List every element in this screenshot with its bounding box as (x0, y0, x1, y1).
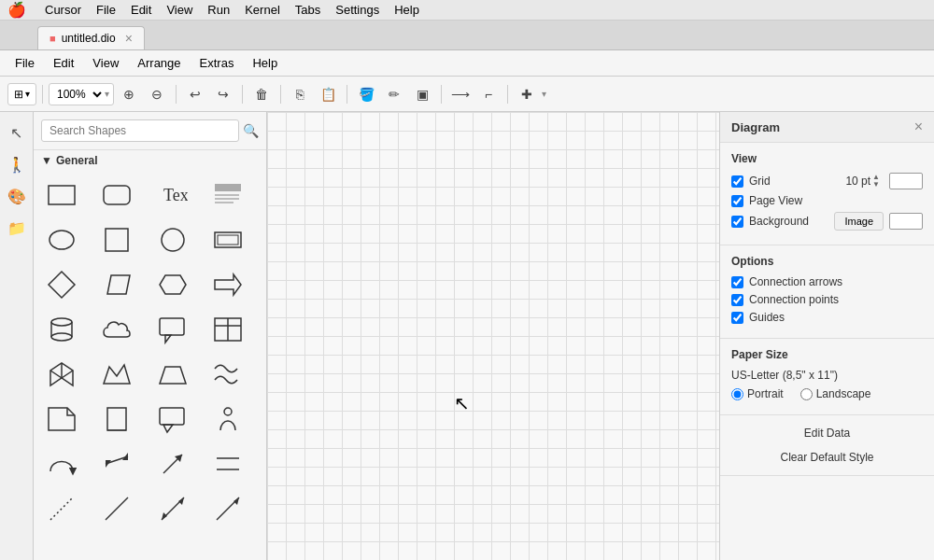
landscape-label: Landscape (816, 387, 871, 400)
page-view-label: Page View (749, 194, 802, 207)
shape-ellipse[interactable] (41, 219, 82, 260)
shape-diamond[interactable] (41, 264, 82, 305)
zoom-out-button[interactable]: ⊖ (144, 82, 170, 106)
shape-arrow-right[interactable] (207, 264, 248, 305)
copy-button[interactable]: ⎘ (287, 82, 313, 106)
app-menu-help[interactable]: Help (245, 53, 285, 73)
shape-double-border[interactable] (207, 219, 248, 260)
insert-button[interactable]: ✚ (514, 82, 540, 106)
tab-bar: ■ untitled.dio × (0, 21, 934, 50)
guides-checkbox[interactable] (731, 312, 743, 324)
shape-parallelogram[interactable] (96, 264, 137, 305)
tool-pointer[interactable]: ↖ (4, 119, 30, 146)
image-button[interactable]: Image (834, 212, 884, 231)
shape-cylinder[interactable] (41, 309, 82, 350)
grid-color[interactable] (889, 173, 923, 189)
shape-diagonal-arrow[interactable] (152, 443, 193, 484)
shape-bidirectional-arrow[interactable] (152, 488, 193, 529)
shape-wave[interactable] (207, 354, 248, 395)
shape-cross-lines[interactable] (207, 443, 248, 484)
waypoint-button[interactable]: ⌐ (475, 82, 502, 106)
redo-button[interactable]: ↪ (210, 82, 236, 106)
grid-down-arrow[interactable]: ▼ (872, 181, 880, 189)
panel-close-button[interactable]: × (914, 119, 923, 134)
os-menu-help[interactable]: Help (394, 3, 419, 17)
shape-trapezoid[interactable] (152, 354, 193, 395)
view-grid-icon: ⊞ (14, 88, 23, 101)
paste-button[interactable]: 📋 (315, 82, 341, 106)
shape-hexagon[interactable] (152, 264, 193, 305)
delete-button[interactable]: 🗑 (248, 82, 275, 106)
app-menu-view[interactable]: View (85, 53, 126, 73)
shape-double-arrow[interactable] (96, 443, 137, 484)
main-content: ↖ 🚶 🎨 📁 🔍 ▼ General (0, 112, 934, 560)
shape-cloud[interactable] (96, 309, 137, 350)
category-arrow-icon: ▼ (41, 154, 52, 167)
os-menu-view[interactable]: View (166, 3, 192, 17)
undo-button[interactable]: ↩ (182, 82, 208, 106)
line-button[interactable]: ✏ (381, 82, 407, 106)
connector-button[interactable]: ⟶ (447, 82, 474, 106)
shape-step[interactable] (96, 354, 137, 395)
os-menu-run[interactable]: Run (207, 3, 230, 17)
portrait-radio[interactable] (731, 388, 743, 400)
svg-marker-35 (163, 425, 173, 432)
zoom-control[interactable]: 50% 75% 100% 125% 150% 200% ▾ (49, 83, 114, 105)
search-icon[interactable]: 🔍 (243, 123, 259, 138)
shape-square[interactable] (96, 219, 137, 260)
background-checkbox[interactable] (731, 216, 743, 228)
tool-folder[interactable]: 📁 (4, 215, 30, 241)
tab-untitled-dio[interactable]: ■ untitled.dio × (37, 26, 145, 49)
tab-close-button[interactable]: × (125, 31, 133, 46)
tool-person[interactable]: 🚶 (4, 151, 30, 177)
shape-circle[interactable] (152, 219, 193, 260)
shape-dotted-line[interactable] (41, 488, 82, 529)
fill-button[interactable]: 🪣 (353, 82, 379, 106)
os-menu-file[interactable]: File (96, 3, 116, 17)
zoom-in-button[interactable]: ⊕ (116, 82, 142, 106)
shape-person[interactable] (207, 399, 248, 440)
svg-rect-34 (160, 408, 184, 425)
shape-heading[interactable] (207, 175, 248, 216)
canvas-area[interactable]: ↖ (267, 112, 719, 560)
shape-rounded-rect[interactable] (96, 175, 137, 216)
shape-callout[interactable] (152, 309, 193, 350)
app-menu-extras[interactable]: Extras (192, 53, 242, 73)
connection-arrows-checkbox[interactable] (731, 276, 743, 288)
shape-folded-page[interactable] (41, 399, 82, 440)
shape-rectangle[interactable] (41, 175, 82, 216)
connection-points-checkbox[interactable] (731, 294, 743, 306)
os-menu-cursor[interactable]: Cursor (45, 3, 81, 17)
shadow-button[interactable]: ▣ (409, 82, 435, 106)
grid-checkbox[interactable] (731, 175, 743, 188)
shape-text[interactable]: Text (152, 175, 193, 216)
shape-cube[interactable] (41, 354, 82, 395)
svg-marker-15 (215, 274, 241, 295)
landscape-radio[interactable] (800, 388, 813, 400)
view-toggle-button[interactable]: ⊞ ▾ (7, 83, 36, 105)
os-menu-kernel[interactable]: Kernel (245, 3, 280, 17)
shape-page[interactable] (96, 399, 137, 440)
search-input[interactable] (41, 119, 239, 142)
zoom-select[interactable]: 50% 75% 100% 125% 150% 200% (50, 87, 105, 102)
os-menu-tabs[interactable]: Tabs (295, 3, 320, 17)
app-menu-arrange[interactable]: Arrange (130, 53, 188, 73)
shape-single-arrow[interactable] (207, 488, 248, 529)
general-category[interactable]: ▼ General (34, 150, 266, 171)
os-menu-edit[interactable]: Edit (131, 3, 151, 17)
app-menu-edit[interactable]: Edit (46, 53, 81, 73)
os-menu-settings[interactable]: Settings (335, 3, 379, 17)
portrait-label: Portrait (747, 387, 784, 400)
edit-data-link[interactable]: Edit Data (731, 421, 923, 445)
background-color[interactable] (889, 213, 923, 230)
page-view-checkbox[interactable] (731, 195, 743, 207)
clear-default-style-link[interactable]: Clear Default Style (731, 445, 923, 469)
shapes-panel: 🔍 ▼ General Text (34, 112, 267, 560)
app-menu-file[interactable]: File (7, 53, 42, 73)
shape-comment[interactable] (152, 399, 193, 440)
shape-curve-arrow[interactable] (41, 443, 82, 484)
tool-paint[interactable]: 🎨 (4, 183, 30, 209)
shape-table[interactable] (207, 309, 248, 350)
shape-line[interactable] (96, 488, 137, 529)
tab-file-icon: ■ (50, 33, 56, 44)
